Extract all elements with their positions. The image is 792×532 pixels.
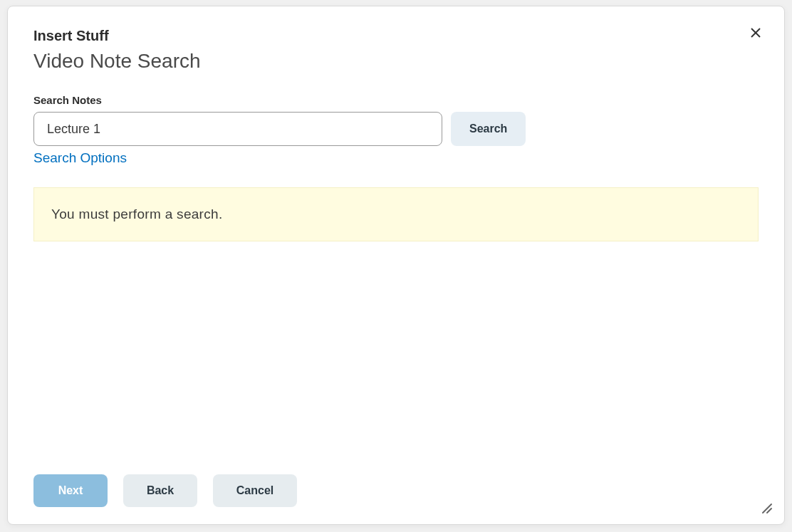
resize-icon	[760, 504, 773, 516]
insert-stuff-dialog: Insert Stuff Video Note Search Search No…	[7, 6, 785, 525]
search-options-link[interactable]: Search Options	[33, 150, 759, 166]
search-input[interactable]	[33, 112, 442, 146]
svg-line-3	[767, 508, 771, 513]
next-button[interactable]: Next	[33, 474, 108, 507]
alert-box: You must perform a search.	[33, 187, 759, 241]
svg-line-2	[763, 504, 771, 513]
dialog-subtitle: Video Note Search	[33, 50, 759, 73]
search-button[interactable]: Search	[451, 112, 526, 146]
dialog-title: Insert Stuff	[33, 28, 759, 44]
resize-handle[interactable]	[760, 501, 773, 514]
close-button[interactable]	[743, 21, 768, 46]
search-row: Search	[33, 112, 759, 146]
close-icon	[750, 27, 761, 41]
alert-message: You must perform a search.	[51, 207, 741, 222]
back-button[interactable]: Back	[123, 474, 197, 507]
search-label: Search Notes	[33, 94, 759, 106]
cancel-button[interactable]: Cancel	[213, 474, 297, 507]
dialog-footer: Next Back Cancel	[33, 460, 759, 507]
